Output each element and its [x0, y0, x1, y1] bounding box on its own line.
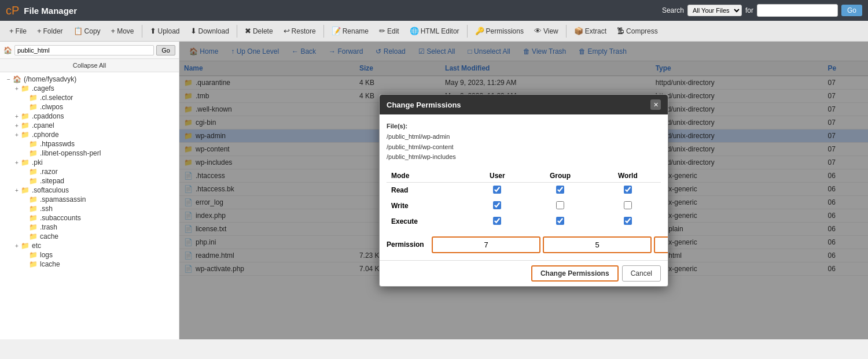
main-layout: 🏠 Go Collapse All − 🏠 (/home/fysadvyk) +…: [0, 42, 868, 339]
modal-close-button[interactable]: ✕: [650, 99, 661, 110]
tree-toggle-subaccounts[interactable]: [21, 215, 29, 221]
tree-item-logs[interactable]: 📁 logs: [0, 250, 179, 260]
tree-item-softaculous[interactable]: + 📁 .softaculous: [0, 186, 179, 195]
tree-toggle-cpanel[interactable]: +: [13, 123, 21, 129]
folder-icon-subaccounts: 📁: [29, 214, 38, 222]
read-user-checkbox[interactable]: [493, 186, 501, 194]
tree-item-spamassassin[interactable]: 📁 .spamassassin: [0, 195, 179, 204]
execute-row: Execute: [387, 214, 661, 230]
tree-toggle-sitepad[interactable]: [21, 178, 29, 184]
tree-label-cagefs: .cagefs: [32, 84, 54, 92]
tree-label-spamassassin: .spamassassin: [40, 195, 86, 203]
toolbar-separator-5: [566, 25, 567, 38]
tree-toggle-cl-selector[interactable]: [21, 95, 29, 101]
tree-toggle-razor[interactable]: [21, 169, 29, 175]
toolbar-separator-1: [142, 25, 142, 38]
new-folder-button[interactable]: + Folder: [32, 24, 68, 38]
read-world-checkbox[interactable]: [624, 186, 632, 194]
home-folder-icon: 🏠: [13, 75, 21, 83]
tree-label-trash: .trash: [40, 223, 57, 231]
move-button[interactable]: + Move: [106, 24, 139, 38]
download-button[interactable]: ⬇ Download: [186, 24, 234, 38]
folder-icon-logs: 📁: [29, 251, 38, 259]
execute-group-checkbox[interactable]: [556, 217, 564, 225]
tree-item-cpaddons[interactable]: + 📁 .cpaddons: [0, 112, 179, 121]
tree-toggle-cpaddons[interactable]: +: [13, 113, 21, 120]
tree-toggle-root[interactable]: −: [5, 76, 13, 83]
html-editor-button[interactable]: 🌐 HTML Editor: [405, 24, 464, 38]
tree-toggle-etc[interactable]: +: [13, 243, 21, 249]
home-icon: 🏠: [3, 46, 12, 54]
new-file-button[interactable]: + File: [5, 24, 31, 38]
tree-label-sitepad: .sitepad: [40, 177, 64, 185]
tree-toggle-cagefs[interactable]: +: [13, 86, 21, 92]
tree-toggle-cphorde[interactable]: +: [13, 132, 21, 138]
copy-button[interactable]: 📋 Copy: [69, 24, 105, 38]
tree-toggle-trash[interactable]: [21, 224, 29, 231]
modal-footer: Change Permissions Cancel: [380, 260, 668, 286]
perm-group-input[interactable]: [543, 236, 652, 253]
cpanel-logo: cP: [6, 4, 19, 17]
execute-user-checkbox[interactable]: [493, 217, 501, 225]
change-permissions-button[interactable]: Change Permissions: [531, 265, 619, 282]
perm-world-input[interactable]: [654, 236, 668, 253]
tree-label-pki: .pki: [32, 158, 43, 166]
tree-item-sitepad[interactable]: 📁 .sitepad: [0, 176, 179, 186]
tree-toggle-spamassassin[interactable]: [21, 197, 29, 203]
extract-button[interactable]: 📦 Extract: [569, 24, 611, 38]
compress-button[interactable]: 🗜 Compress: [612, 24, 663, 38]
tree-item-htpasswds[interactable]: 📁 .htpasswds: [0, 139, 179, 149]
search-input[interactable]: [757, 4, 838, 17]
tree-item-libnet[interactable]: 📁 .libnet-openssh-perl: [0, 149, 179, 158]
tree-item-etc[interactable]: + 📁 etc: [0, 241, 179, 250]
collapse-all-button[interactable]: Collapse All: [0, 59, 179, 72]
tree-item-clwpos[interactable]: 📁 .clwpos: [0, 102, 179, 112]
restore-button[interactable]: ↩ Restore: [279, 24, 321, 38]
folder-icon-softaculous: 📁: [21, 186, 30, 194]
tree-item-lcache[interactable]: 📁 lcache: [0, 260, 179, 269]
folder-icon-cl-selector: 📁: [29, 94, 38, 102]
write-user-checkbox[interactable]: [493, 201, 501, 209]
modal-title: Change Permissions: [387, 101, 461, 109]
tree-toggle-pki[interactable]: +: [13, 160, 21, 166]
execute-world-checkbox[interactable]: [624, 217, 632, 225]
tree-item-cl-selector[interactable]: 📁 .cl.selector: [0, 93, 179, 102]
edit-button[interactable]: ✏ Edit: [374, 24, 404, 38]
path-go-button[interactable]: Go: [156, 45, 175, 55]
tree-toggle-logs[interactable]: [21, 252, 29, 258]
app-title: File Manager: [24, 6, 77, 16]
write-group-checkbox[interactable]: [556, 201, 564, 209]
tree-item-subaccounts[interactable]: 📁 .subaccounts: [0, 213, 179, 223]
tree-toggle-cache[interactable]: [21, 234, 29, 240]
tree-item-cpanel[interactable]: + 📁 .cpanel: [0, 121, 179, 130]
tree-item-cphorde[interactable]: + 📁 .cphorde: [0, 130, 179, 139]
tree-toggle-ssh[interactable]: [21, 206, 29, 212]
tree-item-pki[interactable]: + 📁 .pki: [0, 158, 179, 167]
tree-item-trash[interactable]: 📁 .trash: [0, 223, 179, 232]
upload-button[interactable]: ⬆ Upload: [145, 24, 185, 38]
tree-toggle-htpasswds[interactable]: [21, 141, 29, 147]
tree-item-razor[interactable]: 📁 .razor: [0, 167, 179, 176]
read-group-checkbox[interactable]: [556, 186, 564, 194]
file-path-3: /public_html/wp-includes: [387, 153, 456, 160]
search-scope-select[interactable]: All Your Files: [687, 5, 742, 16]
view-button[interactable]: 👁 View: [529, 24, 563, 38]
permission-input-row: Permission: [387, 236, 661, 253]
tree-label-clwpos: .clwpos: [40, 103, 63, 111]
cancel-button[interactable]: Cancel: [622, 265, 661, 282]
search-go-button[interactable]: Go: [841, 5, 862, 16]
tree-toggle-libnet[interactable]: [21, 150, 29, 157]
write-world-checkbox[interactable]: [624, 201, 632, 209]
rename-button[interactable]: 📝 Rename: [327, 24, 373, 38]
tree-item-ssh[interactable]: 📁 .ssh: [0, 204, 179, 213]
tree-toggle-clwpos[interactable]: [21, 104, 29, 110]
permissions-button[interactable]: 🔑 Permissions: [470, 24, 528, 38]
delete-button[interactable]: ✖ Delete: [240, 24, 278, 38]
path-input[interactable]: [14, 45, 154, 55]
perm-user-input[interactable]: [432, 236, 540, 253]
tree-item-root[interactable]: − 🏠 (/home/fysadvyk): [0, 75, 179, 84]
tree-toggle-softaculous[interactable]: +: [13, 187, 21, 194]
tree-item-cache[interactable]: 📁 cache: [0, 232, 179, 241]
tree-item-cagefs[interactable]: + 📁 .cagefs: [0, 84, 179, 93]
tree-toggle-lcache[interactable]: [21, 261, 29, 268]
